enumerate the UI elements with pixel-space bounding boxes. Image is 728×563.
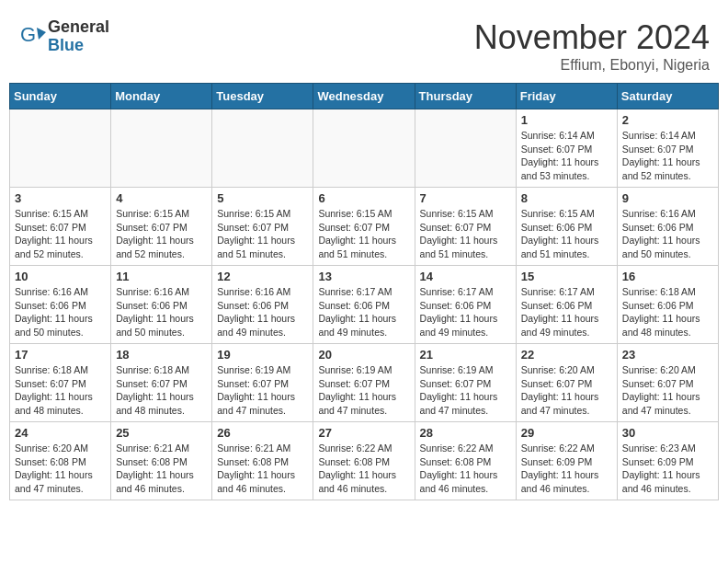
calendar-week-row: 3Sunrise: 6:15 AM Sunset: 6:07 PM Daylig… [10,188,719,266]
day-info: Sunrise: 6:18 AM Sunset: 6:06 PM Dayligh… [622,285,713,339]
calendar-day-cell: 10Sunrise: 6:16 AM Sunset: 6:06 PM Dayli… [10,266,111,344]
day-info: Sunrise: 6:20 AM Sunset: 6:07 PM Dayligh… [521,363,612,418]
calendar-day-cell: 7Sunrise: 6:15 AM Sunset: 6:07 PM Daylig… [415,188,516,266]
day-info: Sunrise: 6:19 AM Sunset: 6:07 PM Dayligh… [420,363,511,418]
day-number: 1 [521,113,612,127]
calendar-table: SundayMondayTuesdayWednesdayThursdayFrid… [9,83,719,500]
calendar-day-cell: 5Sunrise: 6:15 AM Sunset: 6:07 PM Daylig… [212,188,313,266]
day-number: 6 [318,191,409,205]
day-info: Sunrise: 6:22 AM Sunset: 6:09 PM Dayligh… [521,442,612,496]
day-info: Sunrise: 6:15 AM Sunset: 6:07 PM Dayligh… [318,207,409,261]
calendar-day-header: Tuesday [212,84,313,109]
logo-blue-text: Blue [48,37,109,55]
calendar-day-cell: 17Sunrise: 6:18 AM Sunset: 6:07 PM Dayli… [10,344,111,422]
day-info: Sunrise: 6:15 AM Sunset: 6:07 PM Dayligh… [420,207,511,261]
calendar-day-cell: 29Sunrise: 6:22 AM Sunset: 6:09 PM Dayli… [516,422,617,500]
calendar-day-cell [313,109,415,188]
day-number: 29 [521,426,612,440]
calendar-day-header: Saturday [617,84,718,109]
day-info: Sunrise: 6:16 AM Sunset: 6:06 PM Dayligh… [116,285,207,339]
svg-marker-1 [37,28,46,40]
calendar-day-cell: 12Sunrise: 6:16 AM Sunset: 6:06 PM Dayli… [212,266,313,344]
calendar-day-cell: 6Sunrise: 6:15 AM Sunset: 6:07 PM Daylig… [313,188,415,266]
calendar-day-cell [10,109,111,188]
day-info: Sunrise: 6:15 AM Sunset: 6:07 PM Dayligh… [116,207,207,261]
calendar-day-cell: 2Sunrise: 6:14 AM Sunset: 6:07 PM Daylig… [617,109,718,188]
day-info: Sunrise: 6:21 AM Sunset: 6:08 PM Dayligh… [217,442,308,496]
calendar-day-header: Thursday [415,84,516,109]
calendar-header-row: SundayMondayTuesdayWednesdayThursdayFrid… [10,84,719,109]
day-info: Sunrise: 6:16 AM Sunset: 6:06 PM Dayligh… [15,285,106,339]
day-number: 25 [116,426,207,440]
calendar-day-cell: 14Sunrise: 6:17 AM Sunset: 6:06 PM Dayli… [415,266,516,344]
calendar-day-cell [111,109,212,188]
day-info: Sunrise: 6:21 AM Sunset: 6:08 PM Dayligh… [116,442,207,496]
calendar-day-cell: 4Sunrise: 6:15 AM Sunset: 6:07 PM Daylig… [111,188,212,266]
day-info: Sunrise: 6:19 AM Sunset: 6:07 PM Dayligh… [217,363,308,418]
calendar-day-cell: 28Sunrise: 6:22 AM Sunset: 6:08 PM Dayli… [415,422,516,500]
calendar-day-cell [212,109,313,188]
day-info: Sunrise: 6:22 AM Sunset: 6:08 PM Dayligh… [318,442,409,496]
day-number: 21 [420,348,511,362]
day-info: Sunrise: 6:15 AM Sunset: 6:07 PM Dayligh… [15,207,106,261]
day-info: Sunrise: 6:17 AM Sunset: 6:06 PM Dayligh… [318,285,409,339]
calendar-day-cell: 16Sunrise: 6:18 AM Sunset: 6:06 PM Dayli… [617,266,718,344]
day-number: 19 [217,348,308,362]
day-info: Sunrise: 6:19 AM Sunset: 6:07 PM Dayligh… [318,363,409,418]
calendar-day-cell: 21Sunrise: 6:19 AM Sunset: 6:07 PM Dayli… [415,344,516,422]
logo-general-text: General [48,18,109,37]
month-title: November 2024 [474,18,710,57]
day-number: 24 [15,426,106,440]
calendar-day-cell: 3Sunrise: 6:15 AM Sunset: 6:07 PM Daylig… [10,188,111,266]
day-number: 13 [318,270,409,283]
day-number: 11 [116,270,207,283]
location-text: Effium, Ebonyi, Nigeria [474,57,710,74]
day-number: 22 [521,348,612,362]
calendar-day-cell: 13Sunrise: 6:17 AM Sunset: 6:06 PM Dayli… [313,266,415,344]
calendar-week-row: 24Sunrise: 6:20 AM Sunset: 6:08 PM Dayli… [10,422,719,500]
day-info: Sunrise: 6:23 AM Sunset: 6:09 PM Dayligh… [622,442,713,496]
day-number: 12 [217,270,308,283]
day-number: 18 [116,348,207,362]
calendar-day-cell: 30Sunrise: 6:23 AM Sunset: 6:09 PM Dayli… [617,422,718,500]
day-number: 9 [622,191,713,205]
day-info: Sunrise: 6:14 AM Sunset: 6:07 PM Dayligh… [521,129,612,183]
calendar-day-header: Sunday [10,84,111,109]
day-number: 7 [420,191,511,205]
page-header: G General Blue November 2024 Effium, Ebo… [9,9,719,78]
calendar-week-row: 17Sunrise: 6:18 AM Sunset: 6:07 PM Dayli… [10,344,719,422]
day-number: 10 [15,270,106,283]
day-number: 30 [622,426,713,440]
day-number: 2 [622,113,713,127]
day-info: Sunrise: 6:17 AM Sunset: 6:06 PM Dayligh… [420,285,511,339]
calendar-day-cell: 11Sunrise: 6:16 AM Sunset: 6:06 PM Dayli… [111,266,212,344]
calendar-day-cell: 25Sunrise: 6:21 AM Sunset: 6:08 PM Dayli… [111,422,212,500]
calendar-week-row: 10Sunrise: 6:16 AM Sunset: 6:06 PM Dayli… [10,266,719,344]
day-number: 14 [420,270,511,283]
calendar-week-row: 1Sunrise: 6:14 AM Sunset: 6:07 PM Daylig… [10,109,719,188]
day-info: Sunrise: 6:15 AM Sunset: 6:06 PM Dayligh… [521,207,612,261]
calendar-day-cell: 24Sunrise: 6:20 AM Sunset: 6:08 PM Dayli… [10,422,111,500]
day-info: Sunrise: 6:18 AM Sunset: 6:07 PM Dayligh… [116,363,207,418]
day-number: 20 [318,348,409,362]
calendar-day-cell: 20Sunrise: 6:19 AM Sunset: 6:07 PM Dayli… [313,344,415,422]
day-number: 28 [420,426,511,440]
calendar-day-cell: 22Sunrise: 6:20 AM Sunset: 6:07 PM Dayli… [516,344,617,422]
day-number: 3 [15,191,106,205]
day-number: 26 [217,426,308,440]
day-info: Sunrise: 6:16 AM Sunset: 6:06 PM Dayligh… [622,207,713,261]
calendar-day-cell: 18Sunrise: 6:18 AM Sunset: 6:07 PM Dayli… [111,344,212,422]
calendar-day-header: Wednesday [313,84,415,109]
calendar-day-cell: 26Sunrise: 6:21 AM Sunset: 6:08 PM Dayli… [212,422,313,500]
day-info: Sunrise: 6:20 AM Sunset: 6:07 PM Dayligh… [622,363,713,418]
calendar-day-cell: 15Sunrise: 6:17 AM Sunset: 6:06 PM Dayli… [516,266,617,344]
day-number: 15 [521,270,612,283]
day-number: 23 [622,348,713,362]
day-number: 16 [622,270,713,283]
calendar-day-cell: 27Sunrise: 6:22 AM Sunset: 6:08 PM Dayli… [313,422,415,500]
day-number: 5 [217,191,308,205]
day-info: Sunrise: 6:15 AM Sunset: 6:07 PM Dayligh… [217,207,308,261]
calendar-day-cell: 9Sunrise: 6:16 AM Sunset: 6:06 PM Daylig… [617,188,718,266]
calendar-day-header: Monday [111,84,212,109]
day-info: Sunrise: 6:16 AM Sunset: 6:06 PM Dayligh… [217,285,308,339]
